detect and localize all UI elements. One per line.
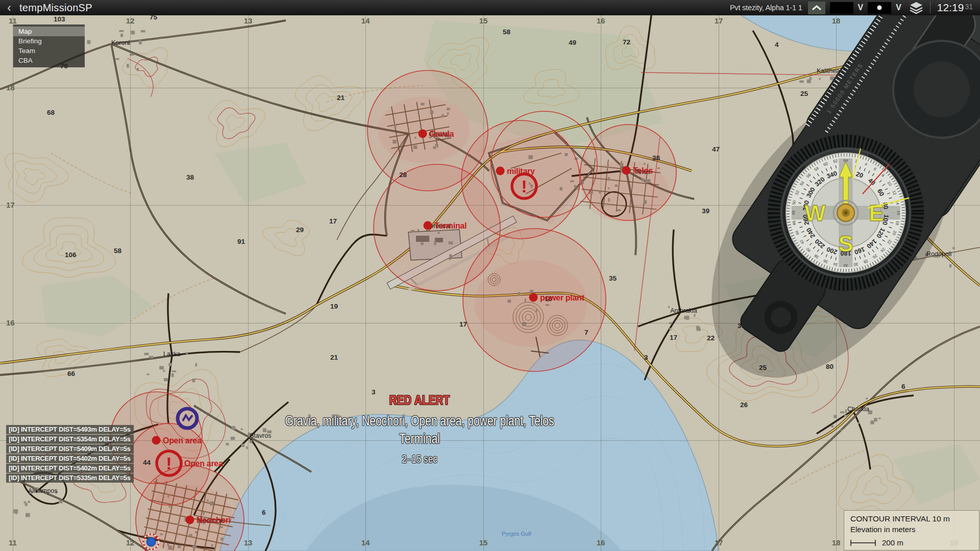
elevation-label: 66 (67, 370, 76, 378)
map-marker[interactable]: ! (512, 174, 536, 198)
elevation-label: 38 (186, 173, 194, 181)
grid-label: 18 (832, 538, 841, 547)
building (831, 425, 834, 428)
grid-label: 15 (479, 16, 488, 25)
game-screen: 1037558497221683828473817299110658393516… (0, 0, 980, 551)
marker-label: power plant (540, 293, 584, 302)
grid-label: 16 (597, 16, 605, 25)
elevation-label: 29 (296, 226, 304, 234)
cardinal-letter: S (838, 231, 853, 256)
intercept-message: [ID] INTERCEPT DIST=5402m DELAY=5s (6, 464, 134, 473)
voice-dot-icon (877, 6, 882, 10)
grid-label: 13 (244, 538, 253, 547)
building (949, 264, 951, 267)
elevation-label: 26 (740, 401, 748, 409)
voice-box[interactable] (868, 2, 891, 14)
elevation-label: 58 (114, 247, 122, 255)
marker-dot (186, 516, 194, 524)
top-bar: ‹ tempMissionSP Pvt stezity, Alpha 1-1 1… (0, 0, 980, 15)
marker-dot (152, 436, 161, 445)
dial-mil: 16 (896, 211, 901, 215)
intercept-message: [ID] INTERCEPT DIST=5409m DELAY=5s (6, 444, 134, 454)
elevation-label: 68 (47, 109, 55, 116)
alert-title: RED ALERT (240, 392, 599, 408)
dropdown-arrow-1[interactable]: V (858, 3, 864, 12)
elevation-label: 17 (459, 320, 467, 328)
building (870, 420, 874, 424)
elevation-label: 6 (901, 383, 905, 390)
map-marker[interactable]: Gravia (419, 130, 454, 139)
compass-dial: 0204060801001201401601802002202402602803… (771, 138, 920, 287)
town-label: Rodopoli (926, 251, 951, 258)
back-icon[interactable]: ‹ (7, 1, 11, 14)
building (172, 373, 174, 378)
map-canvas[interactable]: 1037558497221683828473817299110658393516… (0, 0, 980, 551)
layers-icon[interactable] (909, 1, 923, 14)
building (146, 373, 149, 375)
building (858, 422, 860, 423)
marker-label: Gravia (429, 130, 454, 138)
marker-label: Neochori (197, 516, 231, 524)
building (164, 378, 168, 381)
elevation-label: 58 (503, 28, 511, 36)
menu-item-briefing[interactable]: Briefing (13, 36, 85, 46)
exclamation-glyph: ! (521, 177, 527, 196)
elevation-label: 49 (569, 39, 576, 46)
elevation-label: 17 (670, 334, 677, 341)
menu-item-map[interactable]: Map (13, 27, 85, 36)
map-marker[interactable]: Telos (622, 166, 653, 176)
building (668, 306, 670, 308)
map-marker[interactable]: Terminal (424, 221, 467, 231)
grid-label: 13 (244, 16, 253, 25)
collapse-button[interactable] (808, 2, 825, 14)
building (195, 363, 198, 367)
building (840, 411, 845, 413)
building (159, 366, 164, 370)
grid-label: 18 (832, 16, 841, 25)
elevation-label: 4 (775, 41, 779, 48)
elevation-label: 25 (800, 90, 808, 97)
mission-title: tempMissionSP (19, 2, 92, 14)
building (59, 500, 63, 503)
contour-interval-label: CONTOUR INTERVAL 10 m (850, 514, 974, 523)
map-marker[interactable]: Neochori (186, 516, 231, 525)
town-label: Kalithea (817, 67, 840, 74)
sea-label: Pyrgos Gulf (502, 531, 531, 537)
elevation-label: 91 (237, 238, 246, 245)
building (115, 58, 119, 60)
map-menu: MapBriefingTeamCBA (13, 24, 85, 67)
building (139, 41, 142, 44)
building (131, 31, 133, 32)
elevation-label: 7 (584, 329, 589, 336)
building (163, 370, 165, 371)
elevation-label: 38 (652, 154, 660, 162)
clock-seconds: 31 (965, 3, 973, 11)
channel-box[interactable] (830, 2, 853, 14)
building (874, 418, 877, 421)
building (141, 30, 145, 33)
grid-label: 17 (715, 538, 723, 547)
map-legend: CONTOUR INTERVAL 10 m Elevation in meter… (844, 510, 979, 550)
dropdown-arrow-2[interactable]: V (896, 3, 901, 12)
marker-dot (419, 130, 427, 138)
building (144, 353, 149, 356)
elevation-unit-label: Elevation in meters (850, 525, 974, 534)
menu-item-cba[interactable]: CBA (13, 56, 85, 65)
grid-label: 12 (126, 16, 135, 25)
dial-mil: 48 (791, 210, 796, 215)
building (841, 430, 843, 431)
building (799, 81, 804, 83)
menu-item-team[interactable]: Team (13, 46, 85, 56)
building (684, 316, 688, 319)
elevation-label: 28 (399, 171, 407, 179)
grid-label: 16 (6, 318, 15, 327)
elevation-label: 103 (54, 15, 65, 23)
building (149, 356, 154, 359)
intercept-message: [ID] INTERCEPT DIST=5402m DELAY=5s (6, 454, 134, 463)
building (844, 415, 848, 417)
marker-label: Terminal (434, 221, 467, 230)
grid-label: 15 (479, 538, 488, 547)
grid-label: 14 (361, 16, 370, 25)
building (25, 503, 28, 506)
cardinal-letter: W (804, 201, 826, 226)
